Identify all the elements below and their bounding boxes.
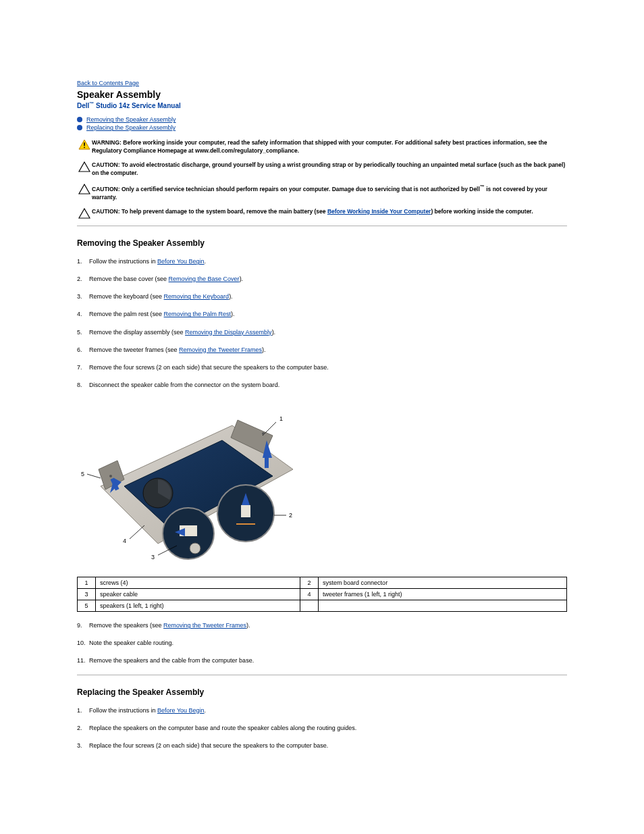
warning-icon — [77, 139, 92, 150]
manual-page: Back to Contents Page Speaker Assembly D… — [0, 0, 644, 786]
step-text: Remove the display assembly (see — [89, 329, 185, 336]
callout-label: speakers (1 left, 1 right) — [96, 600, 300, 612]
back-to-contents-link[interactable]: Back to Contents Page — [77, 80, 139, 86]
step-link[interactable]: Removing the Palm Rest — [164, 311, 232, 317]
caution-text: CAUTION: To avoid electrostatic discharg… — [92, 161, 567, 177]
step-text-post: ). — [231, 311, 235, 317]
manual-brand: Dell — [77, 102, 89, 109]
step-link[interactable]: Removing the Tweeter Frames — [179, 346, 262, 353]
step-text-post: ). — [240, 276, 244, 282]
caution-row: CAUTION: To help prevent damage to the s… — [77, 208, 567, 219]
caution-label: CAUTION: — [92, 208, 120, 215]
step-link[interactable]: Before You Begin — [157, 707, 205, 714]
caution-row: CAUTION: Only a certified service techni… — [77, 184, 567, 201]
svg-text:1: 1 — [279, 415, 283, 422]
warning-body: Before working inside your computer, rea… — [92, 139, 547, 153]
step: Replace the four screws (2 on each side)… — [77, 741, 567, 750]
caution-body-a: Only a certified service technician shou… — [120, 186, 480, 192]
table-row: 5 speakers (1 left, 1 right) — [78, 600, 567, 612]
svg-point-22 — [190, 543, 200, 554]
caution-row: CAUTION: To avoid electrostatic discharg… — [77, 161, 567, 177]
caution-text: CAUTION: To help prevent damage to the s… — [92, 208, 567, 215]
step: Remove the base cover (see Removing the … — [77, 275, 567, 283]
separator — [77, 226, 567, 226]
caution-icon — [77, 184, 92, 194]
step-text: Remove the base cover (see — [89, 276, 169, 282]
step-link[interactable]: Removing the Display Assembly — [185, 329, 272, 336]
table-row: 3 speaker cable 4 tweeter frames (1 left… — [78, 589, 567, 600]
step: Remove the palm rest (see Removing the P… — [77, 310, 567, 318]
step-link[interactable]: Removing the Keyboard — [164, 293, 230, 300]
step-link[interactable]: Before You Begin — [157, 258, 205, 265]
step: Remove the display assembly (see Removin… — [77, 328, 567, 336]
diagram: 1 2 3 4 5 — [77, 398, 567, 567]
callout-num: 3 — [78, 589, 96, 600]
caution-body: To avoid electrostatic discharge, ground… — [92, 161, 565, 176]
separator — [77, 675, 567, 675]
step-link[interactable]: Removing the Tweeter Frames — [163, 622, 246, 629]
step-text-post: ). — [262, 346, 266, 353]
step-text-post: ). — [246, 622, 250, 629]
step-text: Follow the instructions in — [89, 707, 157, 714]
step-text: Replace the speakers on the computer bas… — [89, 725, 356, 731]
svg-rect-12 — [265, 456, 269, 468]
toc-link-remove[interactable]: Removing the Speaker Assembly — [86, 116, 176, 123]
remove-steps-cont: Remove the speakers (see Removing the Tw… — [77, 621, 567, 664]
callout-num: 4 — [300, 589, 319, 600]
replace-steps: Follow the instructions in Before You Be… — [77, 706, 567, 750]
callout-label: tweeter frames (1 left, 1 right) — [319, 589, 567, 600]
step-text-post: ). — [229, 293, 233, 300]
step: Remove the speakers and the cable from t… — [77, 656, 567, 664]
caution-text: CAUTION: Only a certified service techni… — [92, 184, 567, 201]
svg-text:4: 4 — [123, 538, 126, 544]
step-text: Remove the speakers (see — [89, 622, 163, 629]
svg-marker-4 — [79, 184, 90, 194]
caution-icon — [77, 208, 92, 219]
callout-num — [300, 600, 319, 612]
caution-body: To help prevent damage to the system boa… — [120, 208, 327, 215]
callout-table: 1 screws (4) 2 system board connector 3 … — [77, 577, 567, 612]
speaker-diagram: 1 2 3 4 5 — [77, 398, 306, 567]
step-text: Remove the tweeter frames (see — [89, 346, 179, 353]
svg-marker-3 — [79, 162, 90, 172]
toc-link-replace[interactable]: Replacing the Speaker Assembly — [86, 124, 176, 131]
step: Replace the speakers on the computer bas… — [77, 724, 567, 732]
step-text: Note the speaker cable routing. — [89, 640, 173, 646]
caution-label: CAUTION: — [92, 161, 120, 168]
callout-num: 2 — [300, 577, 319, 589]
step: Remove the speakers (see Removing the Tw… — [77, 621, 567, 629]
step-link[interactable]: Removing the Base Cover — [169, 276, 240, 282]
warning-label: WARNING: — [92, 139, 122, 146]
toc-item: Removing the Speaker Assembly — [77, 116, 567, 123]
step-text: Follow the instructions in — [89, 258, 157, 265]
back-link-top: Back to Contents Page — [77, 80, 567, 86]
step-text-post: . — [205, 258, 207, 265]
callout-num: 1 — [78, 577, 96, 589]
svg-line-31 — [87, 474, 101, 478]
table-row: 1 screws (4) 2 system board connector — [78, 577, 567, 589]
tm-symbol: ™ — [480, 184, 485, 189]
before-working-link[interactable]: Before Working Inside Your Computer — [327, 208, 431, 215]
step-text: Remove the four screws (2 on each side) … — [89, 364, 329, 371]
replace-heading: Replacing the Speaker Assembly — [77, 687, 567, 697]
step: Remove the four screws (2 on each side) … — [77, 363, 567, 371]
callout-label: screws (4) — [96, 577, 300, 589]
remove-steps: Follow the instructions in Before You Be… — [77, 257, 567, 389]
step: Follow the instructions in Before You Be… — [77, 706, 567, 714]
svg-point-33 — [262, 432, 265, 435]
bullet-icon — [77, 125, 82, 130]
callout-label: system board connector — [319, 577, 567, 589]
warning-text: WARNING: Before working inside your comp… — [92, 139, 567, 155]
step-text-post: ). — [272, 329, 276, 336]
svg-line-29 — [130, 525, 144, 539]
step-text-post: . — [205, 707, 207, 714]
bullet-icon — [77, 117, 82, 122]
svg-rect-16 — [241, 505, 250, 517]
svg-point-34 — [109, 475, 112, 477]
svg-text:5: 5 — [81, 471, 84, 477]
step: Remove the keyboard (see Removing the Ke… — [77, 292, 567, 301]
page-title: Speaker Assembly — [77, 89, 567, 100]
step: Disconnect the speaker cable from the co… — [77, 381, 567, 389]
warning-row: WARNING: Before working inside your comp… — [77, 139, 567, 155]
caution-body-after: ) before working inside the computer. — [431, 208, 533, 215]
